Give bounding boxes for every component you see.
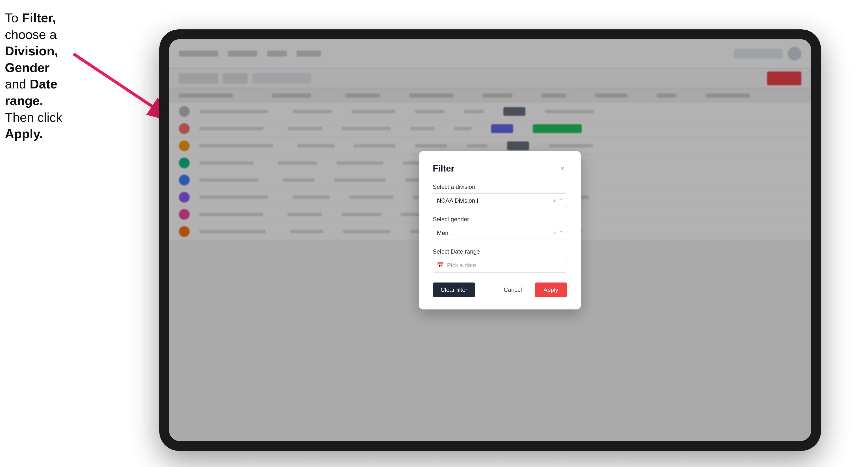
chevron-gender-icon: ⌃ bbox=[558, 230, 563, 236]
modal-footer: Clear filter Cancel Apply bbox=[433, 282, 567, 297]
cancel-button[interactable]: Cancel bbox=[496, 282, 530, 297]
date-group: Select Date range 📅 Pick a date bbox=[433, 248, 567, 273]
instruction-line1: To Filter, choose a bbox=[5, 11, 57, 42]
apply-button[interactable]: Apply bbox=[535, 282, 567, 297]
tablet-screen: Filter × Select a division NCAA Division… bbox=[169, 39, 811, 441]
chevron-division-icon: ⌃ bbox=[558, 197, 563, 204]
instruction-block: To Filter, choose a Division, Gender and… bbox=[5, 10, 83, 142]
instruction-bold2: Division, Gender bbox=[5, 44, 58, 75]
clear-division-icon[interactable]: × bbox=[553, 197, 556, 204]
division-label: Select a division bbox=[433, 184, 567, 190]
modal-overlay: Filter × Select a division NCAA Division… bbox=[169, 39, 811, 441]
gender-group: Select gender Men × ⌃ bbox=[433, 216, 567, 240]
instruction-line4: Then click Apply. bbox=[5, 110, 62, 141]
modal-header: Filter × bbox=[433, 163, 567, 174]
gender-select-icons: × ⌃ bbox=[553, 230, 563, 236]
calendar-icon: 📅 bbox=[437, 262, 443, 269]
instruction-line3: and Date range. bbox=[5, 77, 57, 108]
tablet-frame: Filter × Select a division NCAA Division… bbox=[159, 29, 821, 451]
date-placeholder: Pick a date bbox=[447, 262, 476, 269]
modal-close-button[interactable]: × bbox=[557, 164, 567, 174]
division-value: NCAA Division I bbox=[437, 197, 478, 204]
clear-filter-button[interactable]: Clear filter bbox=[433, 282, 475, 297]
division-group: Select a division NCAA Division I × ⌃ bbox=[433, 184, 567, 208]
date-label: Select Date range bbox=[433, 248, 567, 255]
date-input[interactable]: 📅 Pick a date bbox=[433, 258, 567, 273]
division-select[interactable]: NCAA Division I × ⌃ bbox=[433, 193, 567, 208]
gender-label: Select gender bbox=[433, 216, 567, 223]
footer-right: Cancel Apply bbox=[496, 282, 567, 297]
filter-modal: Filter × Select a division NCAA Division… bbox=[419, 151, 581, 309]
gender-select[interactable]: Men × ⌃ bbox=[433, 226, 567, 240]
modal-title: Filter bbox=[433, 163, 454, 174]
division-select-icons: × ⌃ bbox=[553, 197, 563, 204]
gender-value: Men bbox=[437, 229, 448, 237]
clear-gender-icon[interactable]: × bbox=[553, 230, 556, 236]
